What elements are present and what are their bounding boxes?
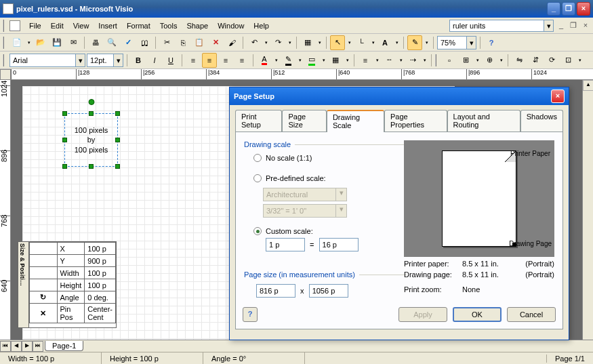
pointer-tool-button[interactable]: ↖ (330, 35, 345, 50)
dialog-tab-print-setup[interactable]: Print Setup (235, 110, 282, 132)
size-input[interactable] (87, 54, 114, 67)
shapes-window-button[interactable]: ▦ (300, 35, 315, 50)
document-icon[interactable] (9, 20, 20, 31)
menu-help[interactable]: Help (249, 20, 274, 31)
dialog-titlebar[interactable]: Page Setup × (230, 87, 569, 105)
menu-edit[interactable]: Edit (46, 20, 68, 31)
vertical-ruler[interactable]: 1024896768640512 (0, 80, 11, 352)
bold-button[interactable]: B (131, 53, 146, 68)
rotate-button[interactable]: ⟳ (544, 53, 559, 68)
line-ends-button[interactable]: ⇢ (405, 53, 420, 68)
zoom-input[interactable] (437, 36, 467, 49)
first-page-button[interactable]: ⏮ (0, 341, 11, 352)
custom-scale-a-input[interactable] (266, 238, 305, 251)
apply-button[interactable]: Apply (398, 307, 447, 322)
text-tool-button[interactable]: A (377, 35, 392, 50)
fill-color-drop[interactable]: ▾ (321, 53, 327, 68)
cut-button[interactable]: ✂ (159, 35, 174, 50)
toolbar-handle[interactable] (3, 20, 7, 32)
help-search-drop[interactable]: ▾ (544, 20, 554, 32)
size-drop[interactable]: ▾ (114, 54, 123, 67)
group-button[interactable]: ⊡ (560, 53, 575, 68)
sizepos-value[interactable]: 100 p (85, 243, 116, 255)
zoom-combo[interactable]: ▾ (437, 36, 476, 49)
menu-tools[interactable]: Tools (155, 20, 182, 31)
toolbar-handle[interactable] (3, 54, 7, 66)
rotation-handle[interactable] (88, 99, 94, 105)
open-button[interactable]: 📂 (33, 35, 48, 50)
format-painter-button[interactable]: 🖌 (224, 35, 239, 50)
sizepos-value[interactable]: Center-Cent (85, 304, 116, 323)
ink-tool-button[interactable]: ✎ (407, 35, 422, 50)
line-color-button[interactable]: ✎ (281, 53, 295, 68)
prev-page-button[interactable]: ◀ (11, 341, 22, 352)
menu-window[interactable]: Window (213, 20, 249, 31)
vertical-scrollbar[interactable]: ▲ ▼ (582, 80, 593, 352)
dialog-tab-page-size[interactable]: Page Size (282, 110, 326, 132)
align-justify-button[interactable]: ≡ (234, 53, 249, 68)
text-bg-drop[interactable]: ▾ (344, 53, 350, 68)
menu-insert[interactable]: Insert (94, 20, 122, 31)
text-bg-button[interactable]: ▦ (328, 53, 343, 68)
page-height-input[interactable] (309, 284, 348, 298)
line-weight-drop[interactable]: ▾ (374, 53, 380, 68)
toolbar-handle[interactable] (435, 54, 439, 66)
custom-radio-row[interactable]: Custom scale: (253, 227, 407, 235)
close-button[interactable]: × (577, 2, 590, 16)
dialog-tab-drawing-scale[interactable]: Drawing Scale (327, 110, 384, 132)
resize-handle-w[interactable] (62, 138, 67, 142)
print-button[interactable]: 🖶 (88, 35, 103, 50)
cancel-button[interactable]: Cancel (507, 307, 556, 322)
pin-icon[interactable]: ✕ (30, 304, 58, 323)
align-left-button[interactable]: ≡ (186, 53, 201, 68)
redo-button[interactable]: ↷ (270, 35, 285, 50)
sizepos-value[interactable]: 100 p (85, 267, 116, 279)
font-color-button[interactable]: A (257, 53, 272, 68)
line-weight-button[interactable]: ≡ (358, 53, 373, 68)
line-pattern-drop[interactable]: ▾ (398, 53, 404, 68)
horizontal-ruler[interactable]: 0|128|256|384|512|640|768|89610241152 (11, 69, 593, 80)
help-button[interactable]: ? (484, 35, 499, 50)
resize-handle-s[interactable] (89, 164, 94, 169)
new-drop[interactable]: ▾ (26, 35, 32, 50)
underline-button[interactable]: U (163, 53, 178, 68)
line-color-drop[interactable]: ▾ (297, 53, 303, 68)
distribute-button[interactable]: ⊞ (458, 53, 473, 68)
font-drop[interactable]: ▾ (76, 54, 85, 67)
resize-handle-sw[interactable] (62, 164, 67, 169)
line-pattern-button[interactable]: ╌ (382, 53, 396, 68)
help-search-input[interactable] (449, 20, 544, 32)
no-scale-radio-row[interactable]: No scale (1:1) (253, 154, 407, 162)
font-combo[interactable]: ▾ (9, 54, 85, 67)
save-button[interactable]: 💾 (49, 35, 64, 50)
toolbar-handle[interactable] (3, 37, 7, 49)
size-position-panel[interactable]: Size & Positi… X100 pY900 pWidth100 pHei… (18, 241, 117, 328)
resize-handle-e[interactable] (115, 138, 120, 142)
menu-shape[interactable]: Shape (182, 20, 213, 31)
resize-handle-ne[interactable] (115, 111, 120, 116)
menu-view[interactable]: View (68, 20, 94, 31)
undo-drop[interactable]: ▾ (263, 35, 269, 50)
new-button[interactable]: 📄 (9, 35, 24, 50)
print-preview-button[interactable]: 🔍 (104, 35, 119, 50)
flip-v-button[interactable]: ⇵ (528, 53, 543, 68)
italic-button[interactable]: I (147, 53, 162, 68)
shapes-drop[interactable]: ▾ (316, 35, 323, 50)
angle-icon[interactable]: ↻ (30, 291, 58, 304)
pointer-drop[interactable]: ▾ (346, 35, 352, 50)
dialog-close-button[interactable]: × (551, 89, 565, 103)
dialog-help-button[interactable]: ? (243, 307, 258, 322)
line-ends-drop[interactable]: ▾ (422, 53, 428, 68)
resize-handle-nw[interactable] (62, 111, 67, 116)
connect-shapes-button[interactable]: ⊕ (482, 53, 497, 68)
paste-button[interactable]: 📋 (192, 35, 207, 50)
research-button[interactable]: 🕮 (137, 35, 152, 50)
resize-handle-n[interactable] (89, 111, 94, 116)
custom-scale-b-input[interactable] (319, 238, 359, 251)
predefined-radio-row[interactable]: Pre-defined scale: (253, 174, 407, 182)
page-tab[interactable]: Page-1 (45, 341, 83, 351)
size-combo[interactable]: ▾ (87, 54, 123, 67)
no-scale-radio[interactable] (253, 154, 262, 162)
last-page-button[interactable]: ⏭ (33, 341, 43, 352)
mdi-close[interactable]: × (581, 21, 590, 31)
